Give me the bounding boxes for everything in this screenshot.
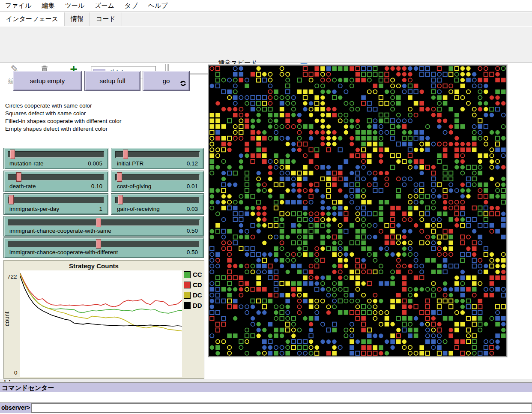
world-view[interactable] — [208, 65, 507, 357]
slider-label: death-rate — [9, 183, 36, 189]
observer-prompt: observer> — [0, 403, 31, 413]
setup-empty-label: setup empty — [30, 77, 65, 84]
world-agents — [209, 66, 506, 356]
dc-label: DC — [193, 291, 202, 299]
menu-edit[interactable]: 編集 — [36, 0, 60, 12]
menu-file[interactable]: ファイル — [0, 0, 36, 12]
cc-label: CC — [193, 271, 202, 278]
immigrants-per-day-slider[interactable]: immigrants-per-day1 — [3, 193, 108, 215]
plot-legend: CC CD DC DD — [184, 271, 202, 312]
menu-tabs[interactable]: タブ — [120, 0, 143, 12]
slider-label: gain-of-receiving — [117, 206, 160, 212]
y-axis-max: 722 — [7, 273, 17, 280]
slider-handle[interactable] — [123, 150, 128, 159]
legend-item-cc: CC — [184, 271, 202, 278]
slider-value: 1 — [99, 206, 102, 212]
setup-empty-button[interactable]: setup empty — [13, 71, 82, 91]
immigrant-chance-cooperate-with-same-slider[interactable]: immigrant-chance-cooperate-with-same0.50 — [3, 216, 204, 237]
plot-title: Strategy Counts — [4, 262, 184, 270]
slider-channel — [115, 174, 200, 180]
slider-handle[interactable] — [10, 150, 15, 159]
initial-ptr-slider[interactable]: initial-PTR0.12 — [111, 148, 204, 169]
go-button[interactable]: go — [143, 71, 190, 91]
model-notes: Circles cooperate with same color Square… — [5, 102, 121, 133]
scroll-down-icon[interactable]: ▼ — [8, 379, 13, 382]
note-line: Filled-in shapes cooperate with differen… — [5, 117, 121, 125]
setup-full-label: setup full — [99, 77, 125, 84]
go-label: go — [163, 77, 170, 84]
legend-item-dc: DC — [184, 291, 202, 299]
menu-tools[interactable]: ツール — [60, 0, 90, 12]
slider-label: immigrant-chance-cooperate-with-same — [9, 228, 111, 234]
slider-value: 0.10 — [91, 183, 102, 189]
y-axis-label: count — [3, 304, 10, 334]
plot-canvas — [20, 270, 182, 377]
menu-bar: ファイル 編集 ツール ズーム タブ ヘルプ — [0, 0, 532, 12]
command-input[interactable] — [31, 403, 532, 413]
dc-swatch — [184, 292, 191, 299]
slider-value: 0.50 — [187, 249, 198, 255]
slider-value: 0.03 — [187, 206, 198, 212]
slider-channel — [8, 241, 200, 247]
slider-channel — [8, 219, 200, 226]
note-line: Empty shapes defect with different color — [5, 125, 121, 133]
slider-channel — [115, 151, 200, 158]
dd-swatch — [184, 302, 191, 309]
slider-label: mutation-rate — [9, 160, 44, 167]
forever-icon — [180, 80, 186, 88]
note-line: Squares defect with same color — [5, 110, 121, 117]
note-line: Circles cooperate with same color — [5, 102, 121, 110]
legend-item-cd: CD — [184, 281, 202, 288]
mutation-rate-slider[interactable]: mutation-rate0.005 — [3, 148, 108, 169]
slider-value: 0.50 — [187, 228, 198, 234]
slider-value: 0.01 — [187, 183, 198, 189]
toolbar: ✎ 編集 削除 + 追加 abc ボタン 通常スピード ticks: 36 ✓ … — [0, 27, 532, 63]
dd-label: DD — [193, 302, 202, 309]
command-center-header[interactable]: コマンドセンター — [0, 383, 532, 392]
tab-interface[interactable]: インターフェース — [0, 12, 65, 26]
cd-label: CD — [193, 281, 202, 288]
slider-label: initial-PTR — [117, 160, 143, 167]
slider-label: immigrants-per-day — [9, 206, 59, 212]
cd-swatch — [184, 282, 191, 288]
slider-channel — [115, 197, 200, 203]
slider-handle[interactable] — [96, 239, 101, 249]
slider-value: 0.12 — [187, 160, 198, 167]
command-center-splitter[interactable]: ▲▼ — [0, 379, 532, 383]
immigrant-chance-cooperate-with-different-slider[interactable]: immigrant-chance-cooperate-with-differen… — [3, 237, 204, 258]
slider-handle[interactable] — [117, 172, 122, 182]
slider-handle[interactable] — [118, 195, 123, 204]
y-axis-min: 0 — [14, 369, 18, 376]
menu-help[interactable]: ヘルプ — [143, 0, 173, 12]
legend-item-dd: DD — [184, 302, 202, 309]
command-center-prompt-row: observer> — [0, 403, 532, 413]
setup-full-button[interactable]: setup full — [84, 71, 140, 91]
slider-handle[interactable] — [16, 172, 21, 182]
menu-zoom[interactable]: ズーム — [90, 0, 120, 12]
cc-swatch — [184, 271, 191, 278]
slider-handle[interactable] — [96, 218, 101, 227]
slider-channel — [8, 151, 104, 158]
slider-value: 0.005 — [88, 160, 102, 167]
slider-label: immigrant-chance-cooperate-with-differen… — [9, 249, 118, 255]
plot-lines — [20, 270, 182, 377]
command-center-output[interactable] — [0, 392, 532, 403]
tab-info[interactable]: 情報 — [65, 12, 90, 26]
tab-bar: インターフェース 情報 コード — [0, 12, 532, 26]
strategy-counts-plot: Strategy Counts 722 0 count CC CD DC DD — [3, 260, 204, 379]
cost-of-giving-slider[interactable]: cost-of-giving0.01 — [111, 171, 204, 192]
slider-label: cost-of-giving — [117, 183, 151, 189]
gain-of-receiving-slider[interactable]: gain-of-receiving0.03 — [111, 193, 204, 215]
slider-handle[interactable] — [9, 195, 14, 204]
scroll-up-icon[interactable]: ▲ — [3, 379, 8, 382]
tab-code[interactable]: コード — [90, 12, 122, 26]
slider-channel — [8, 197, 104, 203]
slider-channel — [8, 174, 104, 180]
death-rate-slider[interactable]: death-rate0.10 — [3, 171, 108, 192]
